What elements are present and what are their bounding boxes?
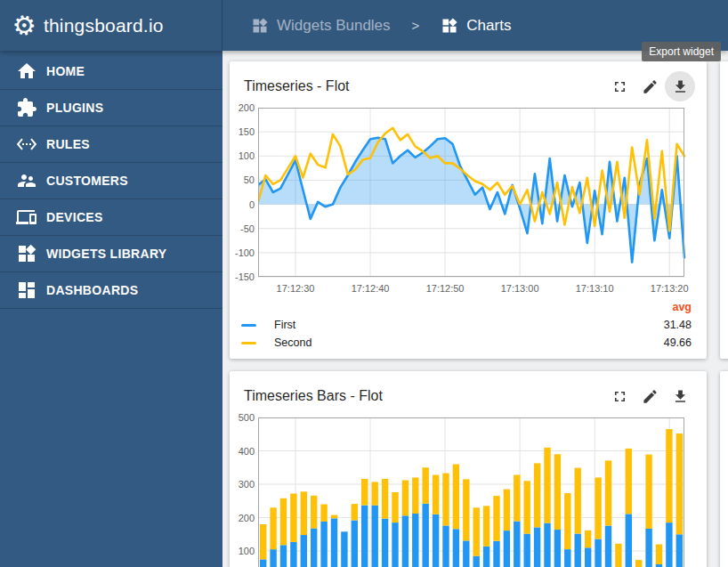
- sidebar-item-devices[interactable]: DEVICES: [0, 199, 222, 236]
- fullscreen-icon: [611, 388, 628, 405]
- axis-tick-label: 100: [233, 150, 255, 161]
- chart-legend: avg First 31.48 Second 49.66: [230, 298, 692, 352]
- pencil-icon: [642, 388, 659, 405]
- export-widget-button[interactable]: [665, 71, 695, 101]
- sidebar-item-label: RULES: [46, 137, 90, 151]
- widgets-icon: [251, 17, 269, 35]
- partial-widget-card: [720, 61, 728, 359]
- logo-text: thingsboard.io: [44, 15, 164, 36]
- axis-tick-label: 400: [233, 446, 255, 457]
- breadcrumb-current-label: Charts: [466, 17, 511, 35]
- logo[interactable]: ⚙ thingsboard.io: [0, 0, 222, 51]
- legend-label: Second: [274, 336, 664, 349]
- axis-tick-label: 100: [233, 546, 255, 556]
- axis-tick-label: 0: [233, 199, 255, 210]
- edit-widget-button[interactable]: [635, 381, 665, 411]
- widget-title: Timeseries - Flot: [244, 78, 604, 94]
- fullscreen-icon: [611, 78, 628, 95]
- sidebar-item-customers[interactable]: CUSTOMERS: [0, 163, 222, 199]
- sidebar-item-home[interactable]: HOME: [0, 53, 222, 90]
- pencil-icon: [642, 78, 659, 95]
- series-first-swatch: [241, 324, 256, 327]
- sidebar-menu: HOME PLUGINS RULES CUSTOMERS DEVICES WID…: [0, 51, 222, 567]
- fullscreen-button[interactable]: [604, 381, 635, 411]
- widget-header: Timeseries - Flot: [230, 61, 707, 99]
- ethernet-code-icon: [16, 134, 37, 155]
- breadcrumb-charts[interactable]: Charts: [441, 17, 511, 35]
- sidebar-item-rules[interactable]: RULES: [0, 126, 222, 163]
- axis-tick-label: 17:13:00: [491, 283, 548, 294]
- sidebar-item-widgets-library[interactable]: WIDGETS LIBRARY: [0, 236, 222, 272]
- axis-tick-label: -100: [233, 247, 255, 258]
- sidebar-item-label: DEVICES: [46, 210, 103, 224]
- legend-avg-header: avg: [230, 298, 692, 316]
- export-widget-button[interactable]: [665, 381, 695, 411]
- widget-header: Timeseries Bars - Flot: [230, 371, 707, 409]
- sidebar-item-label: PLUGINS: [46, 101, 103, 115]
- axis-tick-label: 17:12:50: [417, 283, 473, 294]
- thingsboard-logo-gear-icon: ⚙: [10, 10, 39, 42]
- sidebar-item-label: DASHBOARDS: [46, 283, 138, 297]
- edit-widget-button[interactable]: [635, 71, 665, 101]
- widgets-icon: [441, 17, 458, 35]
- breadcrumb-parent-label: Widgets Bundles: [277, 17, 391, 35]
- legend-avg-value: 31.48: [664, 319, 692, 331]
- widgets-grid: Timeseries - Flot 200150100500-50-100-15…: [222, 51, 728, 567]
- sidebar-item-label: CUSTOMERS: [46, 174, 128, 188]
- fullscreen-button[interactable]: [604, 71, 635, 101]
- axis-tick-label: 17:13:10: [566, 283, 623, 294]
- axis-tick-label: 300: [233, 479, 255, 490]
- widget-timeseries-flot: Timeseries - Flot 200150100500-50-100-15…: [230, 61, 707, 359]
- widget-timeseries-bars-flot: Timeseries Bars - Flot 500400300200100: [230, 371, 707, 567]
- axis-tick-label: 17:12:40: [342, 283, 399, 294]
- export-widget-tooltip: Export widget: [642, 42, 721, 61]
- axis-tick-label: 17:12:30: [267, 283, 324, 294]
- series-second-swatch: [241, 342, 256, 344]
- timeseries-bar-chart[interactable]: 500400300200100: [235, 415, 698, 567]
- legend-row-second[interactable]: Second 49.66: [230, 334, 692, 352]
- breadcrumb-widgets-bundles[interactable]: Widgets Bundles: [251, 17, 391, 35]
- legend-avg-value: 49.66: [664, 336, 692, 349]
- widget-title: Timeseries Bars - Flot: [244, 388, 604, 404]
- axis-tick-label: 200: [233, 102, 255, 113]
- axis-tick-label: -150: [233, 271, 255, 282]
- people-icon: [16, 170, 37, 191]
- top-toolbar: ⚙ thingsboard.io Widgets Bundles > Chart…: [0, 0, 728, 51]
- sidebar-item-label: WIDGETS LIBRARY: [46, 247, 166, 261]
- sidebar-item-label: HOME: [46, 64, 85, 78]
- breadcrumb-separator: >: [412, 18, 420, 33]
- axis-tick-label: 17:13:20: [641, 283, 698, 294]
- axis-tick-label: -50: [233, 223, 255, 234]
- axis-tick-label: 200: [233, 513, 255, 523]
- puzzle-icon: [16, 97, 37, 118]
- breadcrumb: Widgets Bundles > Charts: [222, 17, 511, 35]
- sidebar-item-dashboards[interactable]: DASHBOARDS: [0, 272, 222, 309]
- axis-tick-label: 50: [233, 174, 255, 185]
- devices-icon: [16, 207, 37, 228]
- legend-row-first[interactable]: First 31.48: [230, 316, 692, 334]
- legend-label: First: [274, 319, 664, 331]
- home-icon: [16, 61, 37, 82]
- download-icon: [672, 388, 689, 405]
- download-icon: [672, 78, 689, 95]
- timeseries-line-chart[interactable]: 200150100500-50-100-15017:12:3017:12:401…: [235, 102, 698, 291]
- axis-tick-label: 150: [233, 126, 255, 137]
- dashboard-icon: [16, 279, 37, 301]
- widgets-icon: [16, 243, 37, 264]
- axis-tick-label: 500: [233, 412, 255, 423]
- partial-widget-card: [720, 371, 728, 567]
- sidebar-item-plugins[interactable]: PLUGINS: [0, 90, 222, 126]
